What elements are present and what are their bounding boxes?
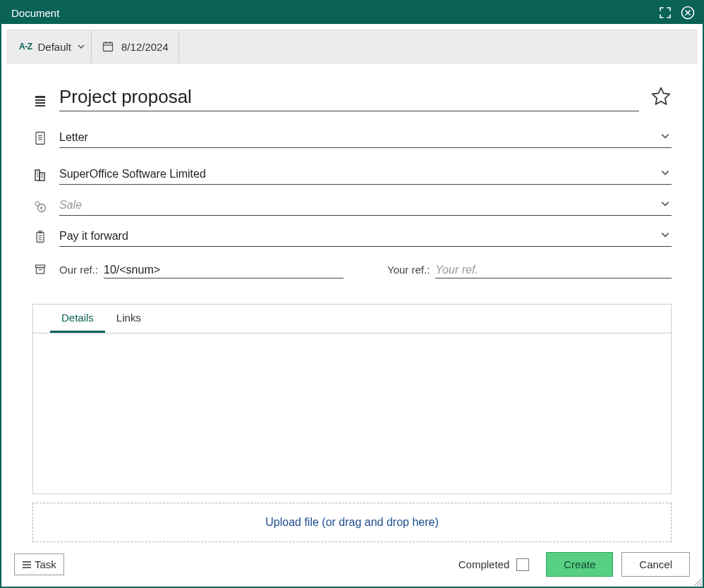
task-button[interactable]: Task — [14, 553, 64, 575]
window-title: Document — [11, 7, 657, 19]
reference-row: Our ref.: Your ref.: — [32, 262, 672, 278]
template-icon — [32, 131, 48, 148]
your-ref-label: Your ref.: — [387, 264, 430, 278]
tab-body-details — [33, 333, 671, 494]
resize-grip[interactable] — [691, 575, 703, 587]
tab-details[interactable]: Details — [50, 305, 105, 333]
title-input[interactable] — [59, 85, 639, 111]
company-select[interactable] — [59, 166, 672, 182]
task-button-label: Task — [35, 558, 56, 570]
fullscreen-icon[interactable] — [657, 5, 673, 20]
completed-wrap: Completed — [459, 558, 530, 571]
sale-row: € — [32, 195, 672, 216]
close-icon[interactable] — [680, 5, 696, 20]
svg-rect-7 — [35, 102, 45, 104]
sale-icon: € — [32, 200, 48, 216]
svg-rect-29 — [37, 268, 44, 274]
window-buttons — [657, 5, 696, 20]
footer: Task Completed Create Cancel — [1, 545, 703, 587]
upload-zone[interactable]: Upload file (or drag and drop here) — [32, 503, 672, 542]
svg-rect-9 — [36, 133, 44, 145]
form-area: € Our ref.: Your ref.: — [1, 63, 703, 545]
cancel-button[interactable]: Cancel — [621, 552, 690, 577]
language-selector[interactable]: A-Z Default — [13, 30, 92, 63]
project-icon — [32, 230, 48, 247]
titlebar: Document — [1, 1, 703, 24]
details-panel: Details Links — [32, 304, 672, 494]
svg-line-36 — [700, 584, 702, 586]
svg-rect-5 — [35, 96, 45, 98]
project-select[interactable] — [59, 228, 672, 244]
date-value: 8/12/2024 — [121, 41, 169, 53]
tab-links[interactable]: Links — [105, 305, 152, 333]
tabs-strip: Details Links — [33, 305, 671, 333]
svg-rect-13 — [35, 170, 40, 180]
language-value: Default — [38, 41, 72, 53]
svg-text:€: € — [40, 205, 44, 212]
company-row — [32, 164, 672, 185]
date-picker[interactable]: 8/12/2024 — [92, 30, 179, 63]
document-type-icon — [32, 94, 48, 111]
calendar-icon — [102, 40, 114, 53]
company-icon — [32, 168, 48, 185]
your-ref-input[interactable] — [435, 262, 672, 278]
completed-checkbox[interactable] — [516, 558, 529, 571]
project-row — [32, 226, 672, 247]
favorite-star-icon[interactable] — [650, 86, 672, 111]
svg-point-22 — [35, 202, 40, 206]
sort-az-icon: A-Z — [19, 42, 32, 51]
template-row — [32, 127, 672, 148]
svg-rect-8 — [35, 105, 45, 106]
svg-rect-6 — [35, 99, 45, 101]
svg-rect-1 — [104, 43, 113, 51]
template-select[interactable] — [59, 130, 672, 145]
completed-label: Completed — [459, 558, 510, 570]
our-ref-input[interactable] — [104, 262, 344, 278]
sale-select[interactable] — [59, 197, 672, 213]
title-row — [32, 85, 672, 111]
svg-line-35 — [697, 581, 702, 586]
our-ref-label: Our ref.: — [59, 264, 98, 278]
menu-icon — [22, 561, 32, 569]
archive-icon — [32, 263, 48, 278]
toolbar: A-Z Default 8/12/2024 — [7, 30, 697, 63]
create-button[interactable]: Create — [546, 552, 613, 577]
chevron-down-icon — [77, 42, 85, 51]
